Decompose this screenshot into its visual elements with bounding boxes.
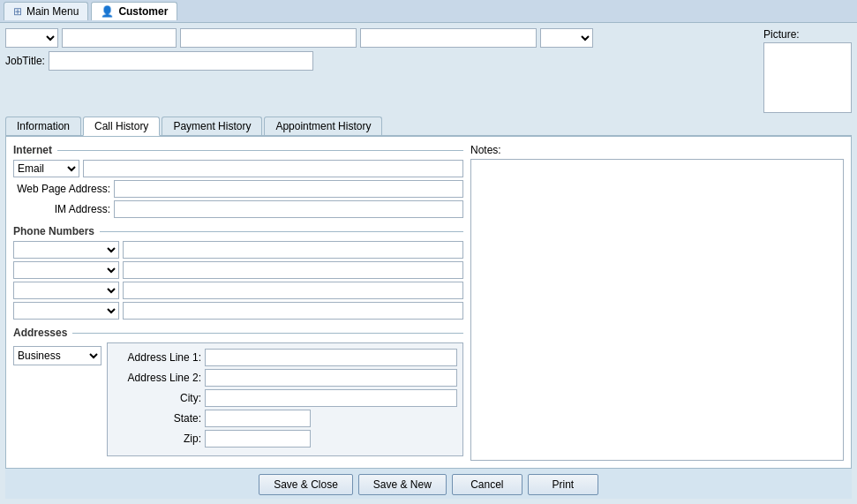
im-label: IM Address: — [13, 203, 110, 215]
addr-state-row: State: — [113, 410, 457, 427]
email-row: Email Work Home — [13, 160, 463, 177]
form-panel: Internet Email Work Home Web Page Addres… — [5, 136, 852, 469]
picture-area — [763, 42, 852, 113]
addr-city-input[interactable] — [205, 389, 457, 407]
webpage-input[interactable] — [114, 180, 463, 198]
phone-type-select-1[interactable]: Home Work Mobile — [13, 241, 119, 259]
webpage-row: Web Page Address: — [13, 180, 463, 198]
save-new-button[interactable]: Save & New — [358, 474, 447, 495]
save-close-button[interactable]: Save & Close — [259, 474, 353, 495]
customer-label: Customer — [118, 5, 168, 18]
phone-type-select-3[interactable]: Home Work Mobile — [13, 282, 119, 299]
tab-call-history[interactable]: Call History — [83, 117, 160, 136]
internet-section-title: Internet — [13, 144, 463, 156]
phone-section: Phone Numbers Home Work Mobile Home Work — [13, 225, 463, 320]
address-type-select[interactable]: Business Home Other — [13, 346, 101, 365]
address-section-title: Addresses — [13, 327, 463, 339]
addr-line1-label: Address Line 1: — [113, 351, 201, 364]
addr-zip-label: Zip: — [113, 433, 201, 445]
phone-type-select-4[interactable]: Home Work Mobile — [13, 302, 119, 320]
picture-label: Picture: — [763, 28, 800, 41]
addr-city-label: City: — [113, 392, 201, 404]
phone-row-4: Home Work Mobile — [13, 302, 463, 320]
im-row: IM Address: — [13, 200, 463, 218]
tab-payment-history[interactable]: Payment History — [162, 117, 262, 135]
main-menu-tab[interactable]: ⊞ Main Menu — [4, 2, 88, 20]
salutation-select[interactable]: Mr. Ms. Dr. — [5, 28, 58, 48]
home-icon: ⊞ — [13, 5, 22, 18]
addr-line2-label: Address Line 2: — [113, 372, 201, 384]
phone-input-3[interactable] — [123, 282, 463, 299]
phone-section-title: Phone Numbers — [13, 225, 463, 237]
customer-tab[interactable]: 👤 Customer — [91, 2, 177, 20]
main-menu-label: Main Menu — [26, 5, 79, 18]
notes-textarea[interactable] — [470, 159, 844, 461]
addr-state-input[interactable] — [205, 410, 311, 427]
email-input[interactable] — [83, 160, 463, 177]
phone-input-2[interactable] — [123, 261, 463, 279]
address-type-row: Business Home Other Address Line 1: Addr… — [13, 342, 463, 456]
tab-information[interactable]: Information — [5, 117, 81, 135]
address-section: Addresses Business Home Other Address Li… — [13, 327, 463, 456]
print-button[interactable]: Print — [528, 474, 598, 495]
bottom-bar: Save & Close Save & New Cancel Print — [5, 469, 852, 499]
addr-zip-input[interactable] — [205, 430, 311, 448]
internet-section: Internet Email Work Home Web Page Addres… — [13, 144, 463, 218]
addr-line2-row: Address Line 2: — [113, 369, 457, 387]
addr-state-label: State: — [113, 412, 201, 425]
cancel-button[interactable]: Cancel — [452, 474, 522, 495]
phone-row-2: Home Work Mobile — [13, 261, 463, 279]
last-name-input[interactable] — [360, 28, 537, 48]
form-right: Notes: — [470, 144, 844, 461]
address-fields: Address Line 1: Address Line 2: City: — [107, 342, 463, 456]
first-name-input[interactable] — [62, 28, 177, 48]
suffix-select[interactable]: Jr. Sr. III — [540, 28, 593, 48]
email-type-select[interactable]: Email Work Home — [13, 160, 79, 177]
addr-line2-input[interactable] — [205, 369, 457, 387]
phone-type-select-2[interactable]: Home Work Mobile — [13, 261, 119, 279]
addr-line1-row: Address Line 1: — [113, 349, 457, 366]
tab-appointment-history[interactable]: Appointment History — [264, 117, 382, 135]
jobtitle-input[interactable] — [49, 51, 313, 71]
addr-line1-input[interactable] — [205, 349, 457, 366]
form-left: Internet Email Work Home Web Page Addres… — [13, 144, 463, 461]
jobtitle-label: JobTitle: — [5, 55, 45, 67]
customer-icon: 👤 — [101, 5, 114, 18]
inner-tab-bar: Information Call History Payment History… — [5, 117, 852, 136]
middle-name-input[interactable] — [180, 28, 357, 48]
addr-city-row: City: — [113, 389, 457, 407]
im-input[interactable] — [114, 200, 463, 218]
phone-input-4[interactable] — [123, 302, 463, 320]
addr-zip-row: Zip: — [113, 430, 457, 448]
notes-label: Notes: — [470, 144, 844, 156]
phone-input-1[interactable] — [123, 241, 463, 259]
phone-row-1: Home Work Mobile — [13, 241, 463, 259]
phone-row-3: Home Work Mobile — [13, 282, 463, 299]
webpage-label: Web Page Address: — [13, 183, 110, 195]
